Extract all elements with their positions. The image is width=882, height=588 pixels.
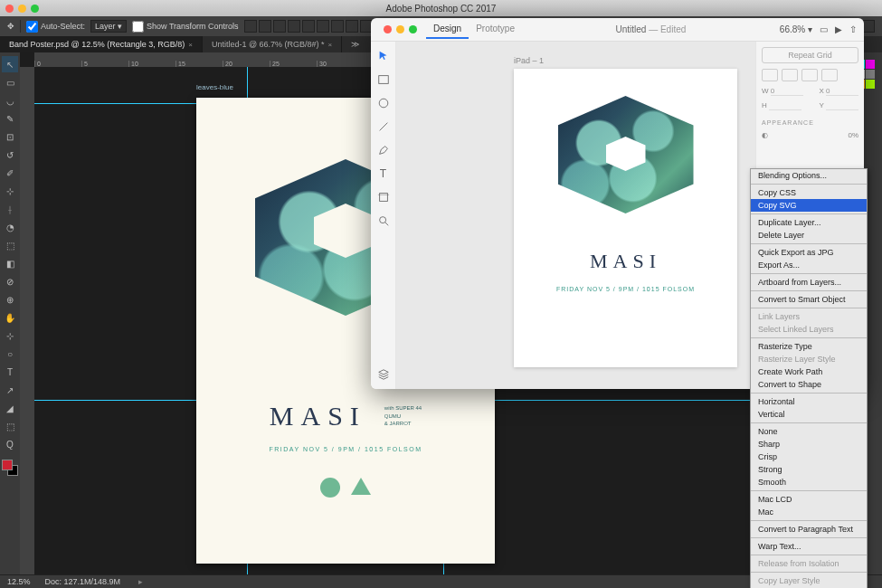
- ps-tool[interactable]: ⊡: [2, 128, 18, 145]
- align-icon[interactable]: [259, 20, 271, 33]
- height-input[interactable]: [769, 101, 801, 110]
- ps-tool[interactable]: ⬚: [2, 418, 18, 434]
- context-menu-item[interactable]: Quick Export as JPG: [751, 246, 867, 259]
- tab-overflow-icon[interactable]: ≫: [342, 36, 368, 52]
- ellipse-tool[interactable]: [376, 96, 391, 110]
- auto-select-mode-dropdown[interactable]: Layer ▾: [90, 20, 127, 33]
- ps-tool[interactable]: ◔: [2, 219, 18, 235]
- ps-tool[interactable]: ↺: [2, 147, 18, 163]
- ps-tool[interactable]: ▭: [2, 74, 18, 90]
- ps-tool[interactable]: Q: [2, 436, 18, 452]
- context-menu-item[interactable]: Mac: [751, 506, 867, 518]
- context-menu-item[interactable]: Copy SVG: [751, 199, 867, 212]
- ps-tool[interactable]: ◧: [2, 255, 18, 271]
- xd-close-button[interactable]: [384, 25, 392, 33]
- add-boolean-icon[interactable]: [762, 69, 778, 81]
- context-menu-item[interactable]: Delete Layer: [751, 229, 867, 242]
- intersect-boolean-icon[interactable]: [801, 69, 818, 81]
- align-icon[interactable]: [346, 20, 358, 33]
- xd-mode-tab[interactable]: Prototype: [469, 20, 522, 39]
- xd-fullscreen-button[interactable]: [409, 25, 417, 33]
- line-tool[interactable]: [376, 119, 391, 134]
- subtract-boolean-icon[interactable]: [782, 69, 798, 81]
- select-tool[interactable]: [376, 49, 391, 63]
- context-menu-item[interactable]: Crisp: [751, 450, 867, 463]
- align-icon[interactable]: [244, 20, 257, 33]
- x-input[interactable]: [826, 87, 858, 96]
- pen-tool[interactable]: [376, 143, 391, 157]
- exclude-boolean-icon[interactable]: [821, 69, 838, 81]
- context-menu-item[interactable]: Sharp: [751, 438, 867, 450]
- context-menu-item[interactable]: Rasterize Type: [751, 340, 867, 353]
- close-tab-icon[interactable]: ×: [328, 41, 333, 49]
- context-menu-item[interactable]: Duplicate Layer...: [751, 216, 867, 229]
- ps-tool[interactable]: T: [2, 364, 18, 380]
- ps-tool[interactable]: ✐: [2, 165, 18, 181]
- xd-minimize-button[interactable]: [396, 25, 404, 33]
- context-menu-item[interactable]: Strong: [751, 463, 867, 476]
- color-picker[interactable]: [2, 460, 18, 476]
- xd-zoom-dropdown[interactable]: 66.8% ▾: [780, 24, 812, 34]
- opacity-value[interactable]: 0%: [848, 131, 858, 139]
- zoom-readout[interactable]: 12.5%: [7, 577, 31, 586]
- swatch[interactable]: [866, 80, 875, 89]
- ps-tool[interactable]: ⊹: [2, 327, 18, 344]
- xd-canvas[interactable]: iPad – 1 MASI FRIDAY NOV 5 / 9PM / 1015 …: [396, 42, 755, 389]
- context-menu-item[interactable]: Convert to Paragraph Text: [751, 523, 867, 536]
- context-menu-item[interactable]: Blending Options...: [751, 169, 867, 182]
- xd-artboard-label[interactable]: iPad – 1: [514, 56, 544, 65]
- app-title: Adobe Photoshop CC 2017: [0, 4, 882, 14]
- align-icon[interactable]: [288, 20, 300, 33]
- xd-artboard[interactable]: MASI FRIDAY NOV 5 / 9PM / 1015 FOLSOM: [514, 69, 737, 367]
- zoom-tool[interactable]: [376, 213, 391, 228]
- artboard-tool[interactable]: [376, 190, 391, 204]
- context-menu-item[interactable]: None: [751, 425, 867, 438]
- document-tab[interactable]: Untitled-1 @ 66.7% (RGB/8#) *×: [203, 36, 342, 52]
- ps-tool[interactable]: ○: [2, 346, 18, 362]
- artboard-label: leaves-blue: [196, 83, 233, 91]
- context-menu-item[interactable]: Export As...: [751, 259, 867, 271]
- play-icon[interactable]: ▶: [835, 24, 842, 34]
- align-icon[interactable]: [273, 20, 286, 33]
- context-menu-item[interactable]: Convert to Shape: [751, 378, 867, 391]
- share-icon[interactable]: ⇧: [849, 24, 857, 34]
- ps-tool[interactable]: ◡: [2, 92, 18, 109]
- show-transform-check[interactable]: Show Transform Controls: [132, 21, 239, 33]
- context-menu-item[interactable]: Warp Text...: [751, 540, 867, 553]
- device-preview-icon[interactable]: ▭: [820, 24, 828, 34]
- context-menu-item[interactable]: Mac LCD: [751, 493, 867, 506]
- y-input[interactable]: [826, 101, 858, 110]
- document-tab[interactable]: Band Poster.psd @ 12.5% (Rectangle 3, RG…: [0, 36, 203, 52]
- ps-tool[interactable]: ✋: [2, 309, 18, 326]
- layers-icon[interactable]: [376, 367, 391, 382]
- close-tab-icon[interactable]: ×: [188, 41, 193, 49]
- ps-tool[interactable]: ⊘: [2, 273, 18, 289]
- rectangle-tool[interactable]: [376, 72, 391, 87]
- swatch[interactable]: [866, 60, 875, 69]
- context-menu-item[interactable]: Smooth: [751, 476, 867, 488]
- context-menu-item[interactable]: Create Work Path: [751, 365, 867, 378]
- align-icon[interactable]: [331, 20, 344, 33]
- context-menu-item[interactable]: Vertical: [751, 408, 867, 421]
- repeat-grid-button[interactable]: Repeat Grid: [762, 47, 858, 63]
- ps-tool[interactable]: ⬚: [2, 237, 18, 253]
- ps-tool[interactable]: ⟊: [2, 201, 18, 217]
- ps-tool[interactable]: ⊹: [2, 183, 18, 199]
- ps-tool[interactable]: ↗: [2, 382, 18, 398]
- align-icon[interactable]: [317, 20, 329, 33]
- context-menu-item[interactable]: Convert to Smart Object: [751, 293, 867, 306]
- ps-tool[interactable]: ✎: [2, 110, 18, 127]
- mode-3d-icon[interactable]: [862, 20, 875, 33]
- context-menu-item[interactable]: Horizontal: [751, 395, 867, 408]
- ps-tool[interactable]: ⊕: [2, 291, 18, 308]
- text-tool[interactable]: T: [376, 166, 391, 181]
- align-icon[interactable]: [302, 20, 315, 33]
- ps-tool[interactable]: ◢: [2, 400, 18, 416]
- context-menu-item[interactable]: Copy CSS: [751, 186, 867, 199]
- auto-select-check[interactable]: Auto-Select:: [26, 21, 85, 33]
- width-input[interactable]: [771, 87, 803, 96]
- xd-mode-tab[interactable]: Design: [426, 20, 469, 39]
- ps-tool[interactable]: ↖: [2, 56, 18, 72]
- context-menu-item[interactable]: Artboard from Layers...: [751, 276, 867, 289]
- swatch[interactable]: [866, 70, 875, 79]
